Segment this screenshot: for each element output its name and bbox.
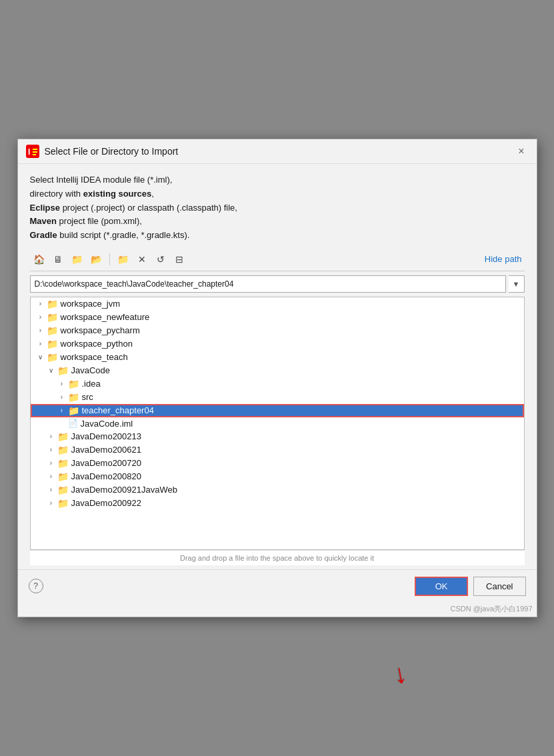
folder-icon: 📁 bbox=[47, 312, 58, 323]
toolbar-separator bbox=[109, 253, 110, 265]
folder-icon: 📁 bbox=[57, 445, 69, 455]
help-button[interactable]: ? bbox=[29, 579, 43, 593]
tree-item[interactable]: ›📁src bbox=[31, 391, 524, 404]
file-tree: ›📁workspace_jvm›📁workspace_newfeature›📁w… bbox=[30, 297, 525, 550]
svg-rect-3 bbox=[33, 151, 37, 153]
new-folder-button[interactable]: 📁 bbox=[114, 252, 132, 267]
tree-item[interactable]: ›📁workspace_python bbox=[31, 337, 524, 351]
tree-item[interactable]: ›📁workspace_jvm bbox=[31, 297, 524, 311]
tree-item[interactable]: ›📁workspace_pycharm bbox=[31, 324, 524, 337]
ok-button[interactable]: OK bbox=[415, 577, 468, 596]
expand-arrow-icon: › bbox=[45, 459, 57, 467]
tree-item[interactable]: ∨📁JavaCode bbox=[31, 364, 524, 377]
svg-rect-4 bbox=[33, 154, 36, 155]
tree-item[interactable]: ›📁JavaDemo200213 bbox=[31, 430, 524, 443]
tree-item[interactable]: ∨📁workspace_teach bbox=[31, 351, 524, 364]
tree-item[interactable]: ›📁JavaDemo200922 bbox=[31, 497, 524, 510]
tree-item-label: workspace_python bbox=[61, 339, 520, 349]
folder-icon: 📁 bbox=[57, 471, 69, 482]
expand-arrow-icon: › bbox=[45, 473, 57, 480]
tree-item-label: src bbox=[82, 392, 520, 402]
folder-up-button[interactable]: 📂 bbox=[87, 252, 105, 267]
expand-arrow-icon: › bbox=[35, 340, 47, 347]
expand-arrow-icon: › bbox=[45, 433, 57, 440]
tree-item[interactable]: ›📁JavaDemo200720 bbox=[31, 457, 524, 470]
arrow-indicator: ↑ bbox=[391, 662, 410, 694]
expand-arrow-icon: › bbox=[35, 327, 47, 334]
tree-item-label: JavaDemo200720 bbox=[71, 458, 520, 468]
folder-icon: 📁 bbox=[68, 392, 79, 403]
expand-arrow-icon: › bbox=[45, 446, 57, 453]
desc-line2: directory with existing sources, bbox=[30, 187, 525, 201]
folder-icon: 📁 bbox=[57, 485, 69, 495]
folder-icon: 📁 bbox=[47, 325, 58, 336]
folder-icon: 📁 bbox=[57, 458, 69, 469]
tree-item[interactable]: ›📁teacher_chapter04 bbox=[31, 404, 524, 417]
drag-hint: Drag and drop a file into the space abov… bbox=[30, 550, 525, 565]
path-input[interactable] bbox=[30, 275, 506, 293]
tree-item-label: JavaDemo200820 bbox=[71, 471, 520, 481]
dialog-footer: ? OK Cancel bbox=[18, 569, 537, 603]
tree-item-label: teacher_chapter04 bbox=[82, 405, 520, 415]
dialog-body: Select Intellij IDEA module file (*.iml)… bbox=[18, 164, 537, 565]
watermark: CSDN @java亮小白1997 bbox=[18, 603, 537, 617]
folder-icon: 📁 bbox=[68, 405, 79, 416]
desc-line3: Eclipse project (.project) or classpath … bbox=[30, 201, 525, 215]
expand-arrow-icon: ∨ bbox=[35, 353, 47, 361]
toolbar: 🏠 🖥 📁 📂 📁 ✕ ↺ ⊟ Hide path bbox=[30, 252, 525, 271]
delete-button[interactable]: ✕ bbox=[133, 252, 151, 267]
path-dropdown-button[interactable]: ▼ bbox=[509, 275, 525, 293]
tree-item[interactable]: ›📁JavaDemo200621 bbox=[31, 443, 524, 457]
svg-rect-2 bbox=[33, 149, 37, 150]
import-dialog: I Select File or Directory to Import × S… bbox=[17, 139, 537, 617]
tree-item-label: JavaDemo200621 bbox=[71, 445, 520, 455]
toolbar-icons: 🏠 🖥 📁 📂 📁 ✕ ↺ ⊟ bbox=[30, 252, 188, 267]
expand-arrow-icon: › bbox=[45, 499, 57, 507]
tree-item-label: workspace_newfeature bbox=[61, 312, 520, 322]
expand-arrow-icon: ∨ bbox=[45, 367, 57, 374]
expand-arrow-icon: › bbox=[45, 486, 57, 493]
tree-item-label: workspace_jvm bbox=[61, 299, 520, 309]
description-text: Select Intellij IDEA module file (*.iml)… bbox=[30, 173, 525, 243]
expand-arrow-icon: › bbox=[35, 313, 47, 321]
expand-arrow-icon: › bbox=[56, 407, 68, 414]
close-button[interactable]: × bbox=[514, 145, 528, 158]
tree-item[interactable]: ›📁workspace_newfeature bbox=[31, 311, 524, 324]
tree-item-label: JavaDemo200922 bbox=[71, 498, 520, 508]
folder-icon: 📁 bbox=[47, 299, 58, 309]
tree-item[interactable]: 📄JavaCode.iml bbox=[31, 417, 524, 430]
tree-item[interactable]: ›📁.idea bbox=[31, 377, 524, 391]
tree-item-label: .idea bbox=[82, 379, 520, 389]
app-icon: I bbox=[26, 145, 39, 158]
collapse-button[interactable]: ⊟ bbox=[171, 252, 188, 267]
desc-line5: Gradle build script (*.gradle, *.gradle.… bbox=[30, 229, 525, 243]
tree-item-label: JavaCode bbox=[71, 365, 520, 375]
svg-text:I: I bbox=[28, 147, 30, 157]
tree-item-label: JavaDemo200921JavaWeb bbox=[71, 485, 520, 495]
folder-button[interactable]: 📁 bbox=[68, 252, 86, 267]
expand-arrow-icon: › bbox=[35, 300, 47, 307]
refresh-button[interactable]: ↺ bbox=[152, 252, 169, 267]
folder-icon: 📁 bbox=[68, 379, 79, 389]
tree-item[interactable]: ›📁JavaDemo200921JavaWeb bbox=[31, 483, 524, 497]
desc-line1: Select Intellij IDEA module file (*.iml)… bbox=[30, 173, 525, 187]
folder-icon: 📁 bbox=[57, 431, 69, 442]
path-row: ▼ bbox=[30, 275, 525, 293]
cancel-button[interactable]: Cancel bbox=[473, 577, 525, 596]
desktop-button[interactable]: 🖥 bbox=[49, 252, 67, 267]
title-bar: I Select File or Directory to Import × bbox=[18, 139, 537, 164]
file-icon: 📄 bbox=[68, 419, 78, 428]
tree-item[interactable]: ›📁JavaDemo200820 bbox=[31, 470, 524, 483]
tree-item-label: workspace_pycharm bbox=[61, 325, 520, 335]
folder-icon: 📁 bbox=[57, 365, 69, 376]
tree-item-label: JavaCode.iml bbox=[81, 419, 520, 429]
footer-actions: OK Cancel bbox=[415, 577, 525, 596]
home-button[interactable]: 🏠 bbox=[30, 252, 48, 267]
folder-icon: 📁 bbox=[47, 339, 58, 349]
hide-path-button[interactable]: Hide path bbox=[482, 253, 525, 265]
folder-icon: 📁 bbox=[57, 498, 69, 509]
folder-icon: 📁 bbox=[47, 352, 58, 363]
expand-arrow-icon: › bbox=[56, 393, 68, 401]
tree-item-label: workspace_teach bbox=[61, 352, 520, 362]
expand-arrow-icon: › bbox=[56, 380, 68, 387]
